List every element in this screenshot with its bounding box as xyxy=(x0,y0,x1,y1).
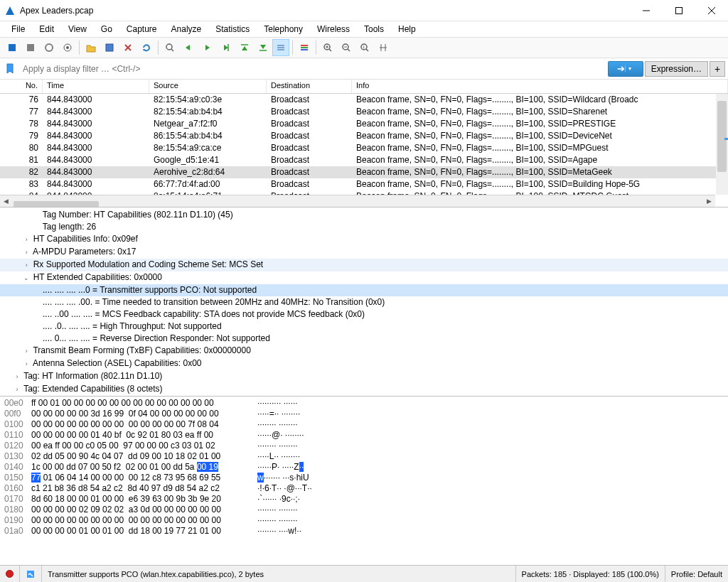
expression-button[interactable]: Expression… xyxy=(645,61,708,77)
hex-row[interactable]: 00e0ff 00 01 00 00 00 00 00 00 00 00 00 … xyxy=(4,398,724,409)
hex-row[interactable]: 015077 01 06 04 14 00 00 00 00 12 c8 73 … xyxy=(4,473,724,483)
apply-filter-button[interactable]: ➔ ▾ xyxy=(608,61,643,77)
find-packet-icon[interactable] xyxy=(161,39,178,56)
restart-capture-icon[interactable] xyxy=(41,39,58,56)
col-source[interactable]: Source xyxy=(149,80,267,93)
menu-analyze[interactable]: Analyze xyxy=(164,23,209,36)
zoom-reset-icon[interactable]: 1 xyxy=(356,39,373,56)
hex-row[interactable]: 01708d 60 18 00 00 01 00 00 e6 39 63 00 … xyxy=(4,494,724,505)
maximize-button[interactable] xyxy=(663,0,695,21)
packet-row[interactable]: 79844.84300086:15:54:ab:b4:b4BroadcastBe… xyxy=(0,130,728,142)
colorize-icon[interactable] xyxy=(296,39,313,56)
tree-row[interactable]: › Transmit Beam Forming (TxBF) Capabilit… xyxy=(0,345,728,357)
status-expert-button[interactable] xyxy=(20,566,42,582)
svg-point-9 xyxy=(66,46,69,49)
menu-statistics[interactable]: Statistics xyxy=(208,23,257,36)
menu-telephony[interactable]: Telephony xyxy=(257,23,310,36)
packet-list-body[interactable]: 76844.84300082:15:54:a9:c0:3eBroadcastBe… xyxy=(0,94,728,203)
packet-row[interactable]: 82844.843000Aerohive_c2:8d:64BroadcastBe… xyxy=(0,166,728,178)
hex-row[interactable]: 00f000 00 00 00 00 3d 16 99 0f 04 00 00 … xyxy=(4,409,724,419)
hex-row[interactable]: 010000 00 00 00 00 00 00 00 00 00 00 00 … xyxy=(4,419,724,430)
tree-row[interactable]: ⌄ HT Extended Capabilities: 0x0000 xyxy=(0,271,728,284)
status-capture-indicator[interactable] xyxy=(0,566,20,582)
autoscroll-icon[interactable] xyxy=(272,39,289,56)
menu-edit[interactable]: Edit xyxy=(32,23,61,36)
packet-row[interactable]: 77844.84300082:15:54:ab:b4:b4BroadcastBe… xyxy=(0,106,728,118)
tree-row[interactable]: › Antenna Selection (ASEL) Capabilities:… xyxy=(0,357,728,370)
go-forward-icon[interactable] xyxy=(198,39,215,56)
tree-row[interactable]: Tag length: 26 xyxy=(0,221,728,233)
goto-last-icon[interactable] xyxy=(254,39,271,56)
packet-row[interactable]: 81844.843000Google_d5:1e:41BroadcastBeac… xyxy=(0,154,728,166)
tree-row[interactable]: › Tag: HT Information (802.11n D1.10) xyxy=(0,370,728,383)
tree-row[interactable]: .... 0... .... .... = Reverse Direction … xyxy=(0,333,728,345)
menu-view[interactable]: View xyxy=(61,23,94,36)
packet-row[interactable]: 78844.843000Netgear_a7:f2:f0BroadcastBea… xyxy=(0,118,728,130)
stop-capture-icon[interactable] xyxy=(22,39,39,56)
reload-file-icon[interactable] xyxy=(138,39,155,56)
packet-row[interactable]: 83844.84300066:77:7d:4f:ad:00BroadcastBe… xyxy=(0,178,728,190)
packet-list-header[interactable]: No. Time Source Destination Info xyxy=(0,80,728,94)
packet-list-pane: No. Time Source Destination Info 76844.8… xyxy=(0,80,728,208)
capture-options-icon[interactable] xyxy=(59,39,76,56)
col-destination[interactable]: Destination xyxy=(267,80,352,93)
col-no[interactable]: No. xyxy=(0,80,43,93)
tree-row[interactable]: .... .... .... .00. = Time needed to tra… xyxy=(0,296,728,308)
zoom-in-icon[interactable] xyxy=(319,39,336,56)
col-time[interactable]: Time xyxy=(43,80,149,93)
svg-rect-2 xyxy=(676,7,682,14)
resize-columns-icon[interactable] xyxy=(375,39,392,56)
packet-bytes-pane[interactable]: 00e0ff 00 01 00 00 00 00 00 00 00 00 00 … xyxy=(0,397,728,536)
menu-file[interactable]: File xyxy=(4,23,32,36)
status-profile[interactable]: Profile: Default xyxy=(665,566,728,582)
tree-row[interactable]: Tag Number: HT Capabilities (802.11n D1.… xyxy=(0,209,728,221)
packet-row[interactable]: 80844.8430008e:15:54:a9:ca:ceBroadcastBe… xyxy=(0,142,728,154)
col-info[interactable]: Info xyxy=(352,80,728,93)
hex-row[interactable]: 011000 00 00 00 00 01 40 bf 0c 92 01 80 … xyxy=(4,430,724,441)
menu-capture[interactable]: Capture xyxy=(119,23,164,36)
packet-row[interactable]: 76844.84300082:15:54:a9:c0:3eBroadcastBe… xyxy=(0,94,728,106)
packet-details-pane[interactable]: Tag Number: HT Capabilities (802.11n D1.… xyxy=(0,208,728,397)
menu-tools[interactable]: Tools xyxy=(357,23,391,36)
minimize-button[interactable] xyxy=(630,0,663,21)
bookmark-filter-icon[interactable] xyxy=(3,62,17,76)
start-capture-icon[interactable] xyxy=(4,39,21,56)
status-field-info: Transmitter supports PCO (wlan.htex.capa… xyxy=(42,566,516,582)
svg-marker-17 xyxy=(205,45,210,50)
tree-row[interactable]: .... ..00 .... .... = MCS Feedback capab… xyxy=(0,308,728,320)
toolbar: 1 xyxy=(0,37,728,58)
svg-rect-27 xyxy=(301,45,308,46)
svg-rect-10 xyxy=(106,44,113,51)
hex-row[interactable]: 01a000 00 00 00 01 00 01 00 dd 18 00 19 … xyxy=(4,526,724,536)
hex-row[interactable]: 013002 dd 05 00 90 4c 04 07 dd 09 00 10 … xyxy=(4,451,724,462)
hex-row[interactable]: 019000 00 00 00 00 00 00 00 00 00 00 00 … xyxy=(4,515,724,526)
zoom-out-icon[interactable] xyxy=(338,39,355,56)
horizontal-scrollbar[interactable]: ◀▶ xyxy=(0,195,715,207)
menu-wireless[interactable]: Wireless xyxy=(310,23,357,36)
open-file-icon[interactable] xyxy=(82,39,100,56)
goto-first-icon[interactable] xyxy=(235,39,252,56)
goto-packet-icon[interactable] xyxy=(217,39,234,56)
hex-row[interactable]: 012000 ea ff 00 00 c0 05 00 97 00 00 00 … xyxy=(4,441,724,451)
tree-row[interactable]: .... .... .... ...0 = Transmitter suppor… xyxy=(0,284,728,296)
display-filter-input[interactable] xyxy=(18,61,606,77)
tree-row[interactable]: › HT Capabilities Info: 0x09ef xyxy=(0,233,728,246)
tree-row[interactable]: .... .0.. .... .... = High Throughput: N… xyxy=(0,320,728,333)
hex-row[interactable]: 01401c 00 00 dd 07 00 50 f2 02 00 01 00 … xyxy=(4,462,724,473)
vertical-scrollbar[interactable] xyxy=(716,94,728,195)
add-filter-button[interactable]: + xyxy=(710,61,725,77)
close-file-icon[interactable] xyxy=(119,39,136,56)
hex-row[interactable]: 018000 00 00 00 02 09 02 02 a3 0d 00 00 … xyxy=(4,505,724,515)
menu-help[interactable]: Help xyxy=(391,23,423,36)
close-button[interactable] xyxy=(695,0,728,21)
svg-point-7 xyxy=(46,44,53,51)
svg-line-33 xyxy=(329,49,331,51)
hex-row[interactable]: 0160c1 21 b8 36 d8 54 a2 c2 8d 40 97 d9 … xyxy=(4,483,724,494)
tree-row[interactable]: › A-MPDU Parameters: 0x17 xyxy=(0,246,728,259)
save-file-icon[interactable] xyxy=(101,39,118,56)
menu-go[interactable]: Go xyxy=(94,23,119,36)
go-back-icon[interactable] xyxy=(180,39,197,56)
tree-row[interactable]: › Rx Supported Modulation and Coding Sch… xyxy=(0,259,728,271)
tree-row[interactable]: › Tag: Extended Capabilities (8 octets) xyxy=(0,383,728,396)
chevron-down-icon[interactable]: ▾ xyxy=(625,65,633,72)
